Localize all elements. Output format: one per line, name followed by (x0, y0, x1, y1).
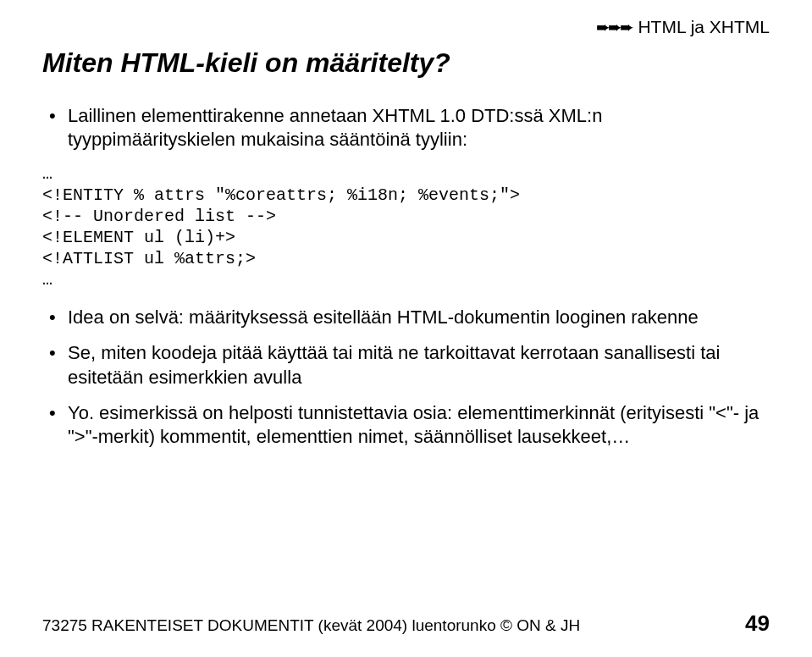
code-block: … <!ENTITY % attrs "%coreattrs; %i18n; %… (42, 163, 770, 290)
breadcrumb: ➨➨➨ HTML ja XHTML (42, 17, 770, 37)
list-item: Idea on selvä: määrityksessä esitellään … (49, 306, 770, 329)
bullet-list-bottom: Idea on selvä: määrityksessä esitellään … (42, 306, 770, 449)
bullet-list-top: Laillinen elementtirakenne annetaan XHTM… (42, 104, 770, 152)
footer-text: 73275 RAKENTEISET DOKUMENTIT (kevät 2004… (42, 616, 580, 635)
list-item: Laillinen elementtirakenne annetaan XHTM… (49, 104, 770, 152)
breadcrumb-text: HTML ja XHTML (638, 17, 770, 36)
page-number: 49 (745, 610, 770, 637)
footer: 73275 RAKENTEISET DOKUMENTIT (kevät 2004… (42, 610, 770, 637)
list-item: Se, miten koodeja pitää käyttää tai mitä… (49, 341, 770, 389)
list-item: Yo. esimerkissä on helposti tunnistettav… (49, 401, 770, 449)
page-title: Miten HTML-kieli on määritelty? (42, 47, 770, 79)
breadcrumb-arrows-icon: ➨➨➨ (596, 18, 632, 36)
